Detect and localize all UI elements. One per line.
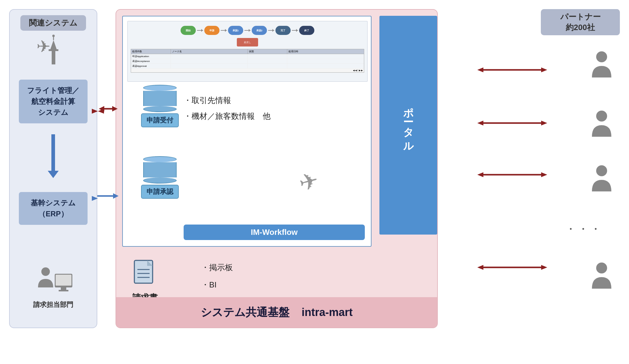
down-arrow-flight-erp xyxy=(48,134,59,178)
arrow-portal-person3 xyxy=(477,172,547,178)
application-approval-label: 申請承認 xyxy=(147,188,173,195)
svg-rect-9 xyxy=(61,287,66,290)
im-workflow-btn: IM-Workflow xyxy=(184,225,365,240)
arrow-portal-person4 xyxy=(477,264,547,270)
wf-node-start: 開始 xyxy=(181,26,196,35)
svg-text:✈: ✈ xyxy=(36,37,50,56)
right-section: パートナー 約200社 ・・・ xyxy=(541,9,620,41)
im-workflow-label: IM-Workflow xyxy=(251,228,298,237)
invoice-container: 請求書 xyxy=(131,259,159,304)
partner-person4 xyxy=(589,261,614,290)
portal-label: ポータル xyxy=(401,100,415,150)
wf-node-1: 申請 xyxy=(204,26,219,35)
svg-point-4 xyxy=(52,35,55,37)
erp-label: 基幹システム （ERP） xyxy=(31,199,76,218)
svg-point-17 xyxy=(596,51,607,62)
center-bottom-label: システム共通基盤 intra-mart xyxy=(116,297,437,328)
flight-system-box: フライト管理／ 航空料金計算 システム xyxy=(19,80,88,123)
partner-dots: ・・・ xyxy=(565,222,603,237)
svg-rect-0 xyxy=(52,49,55,64)
erp-box: 基幹システム （ERP） xyxy=(19,192,88,225)
svg-rect-8 xyxy=(56,275,71,286)
info-line2: ・機材／旅客数情報 他 xyxy=(184,108,271,124)
bullet-text-block: ・掲示板 ・BI xyxy=(201,259,233,294)
center-bottom-label2: intra-mart xyxy=(302,306,353,319)
arrow-portal-person1 xyxy=(477,67,547,73)
bulletin-label: ・掲示板 xyxy=(201,259,233,276)
wf-node-2: 承認1 xyxy=(228,26,243,35)
center-section: 開始 申請 承認1 承認2 完了 終了 差戻し xyxy=(116,9,438,328)
diagram-container: 関連システム ✈ フライト管理／ 航空料金計算 システム xyxy=(0,0,629,364)
center-bottom-label1: システム共通基盤 xyxy=(201,305,289,320)
flight-system-label: フライト管理／ 航空料金計算 システム xyxy=(27,86,79,116)
airplane-tower-icon: ✈ xyxy=(35,34,71,69)
billing-dept-label: 請求担当部門 xyxy=(20,300,87,309)
info-line1: ・取引先情報 xyxy=(184,92,271,108)
document-icon xyxy=(131,259,159,289)
left-section-title: 関連システム xyxy=(29,18,78,27)
partner-title-line2: 約200社 xyxy=(547,22,614,33)
svg-point-19 xyxy=(596,165,607,176)
application-approval-db: 申請承認 xyxy=(141,156,179,199)
svg-point-18 xyxy=(596,111,607,122)
left-section: 関連システム ✈ フライト管理／ 航空料金計算 システム xyxy=(9,9,97,328)
portal-section: ポータル xyxy=(379,16,437,235)
billing-dept-container: 請求担当部門 xyxy=(20,266,87,309)
airplane-icon-inner: ✈ xyxy=(296,166,322,197)
inner-white-box: 開始 申請 承認1 承認2 完了 終了 差戻し xyxy=(122,16,372,247)
svg-marker-2 xyxy=(50,40,57,50)
arrow-flight-to-center xyxy=(99,106,118,112)
wf-node-4: 完了 xyxy=(275,26,291,35)
wf-node-end: 終了 xyxy=(299,26,314,35)
left-section-title-box: 関連システム xyxy=(20,15,86,31)
svg-point-20 xyxy=(596,263,607,273)
workflow-screenshot: 開始 申請 承認1 承認2 完了 終了 差戻し xyxy=(127,21,368,82)
bi-label: ・BI xyxy=(201,276,233,294)
arrow-erp-to-center xyxy=(97,193,119,199)
partner-person3 xyxy=(589,164,614,193)
info-text-block: ・取引先情報 ・機材／旅客数情報 他 xyxy=(184,92,271,124)
svg-rect-10 xyxy=(59,290,68,291)
wf-node-3: 承認2 xyxy=(252,26,267,35)
application-receipt-label: 申請受付 xyxy=(147,116,173,124)
arrow-portal-person2 xyxy=(477,120,547,126)
svg-point-6 xyxy=(41,267,50,276)
partner-person2 xyxy=(589,109,614,138)
partner-title-line1: パートナー xyxy=(547,12,614,22)
partner-title-box: パートナー 約200社 xyxy=(541,9,620,35)
partner-person1 xyxy=(589,50,614,79)
application-receipt-db: 申請受付 xyxy=(141,85,179,127)
